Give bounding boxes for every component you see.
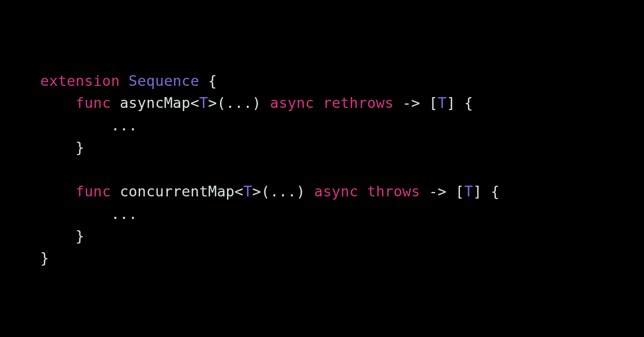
angle-gt: > — [252, 183, 261, 200]
func-name-concurrentmap: concurrentMap — [120, 183, 235, 200]
indent — [40, 117, 111, 134]
keyword-async: async — [270, 94, 314, 111]
space — [447, 183, 455, 200]
code-line-7: ... — [40, 206, 137, 222]
code-line-2: func asyncMap<T>(...) async rethrows -> … — [40, 94, 473, 111]
brace-close: } — [76, 228, 84, 244]
space — [111, 183, 120, 200]
keyword-func: func — [76, 94, 111, 111]
generic-t: T — [199, 94, 208, 111]
body-ellipsis: ... — [111, 206, 137, 222]
arrow: -> — [402, 94, 420, 111]
angle-gt: > — [208, 94, 217, 111]
space — [420, 183, 429, 200]
keyword-throws: throws — [367, 183, 420, 200]
space — [456, 94, 464, 111]
body-ellipsis: ... — [111, 117, 137, 134]
brace-close: } — [40, 250, 49, 266]
code-line-1: extension Sequence { — [40, 72, 217, 89]
space — [314, 94, 323, 111]
bracket-open: [ — [456, 183, 464, 200]
generic-t: T — [244, 183, 252, 200]
return-type-t: T — [438, 94, 447, 111]
bracket-close: ] — [447, 94, 455, 111]
keyword-async: async — [314, 183, 358, 200]
code-line-3: ... — [40, 117, 137, 134]
angle-lt: < — [191, 94, 199, 111]
indent — [40, 94, 76, 111]
keyword-rethrows: rethrows — [323, 94, 394, 111]
indent — [40, 206, 111, 222]
space — [305, 183, 314, 200]
params: (...) — [217, 94, 261, 111]
space — [393, 94, 402, 111]
brace-open: { — [208, 72, 217, 89]
space — [420, 94, 429, 111]
return-type-t: T — [464, 183, 473, 200]
brace-open: { — [464, 94, 473, 111]
bracket-open: [ — [429, 94, 437, 111]
code-line-6: func concurrentMap<T>(...) async throws … — [40, 183, 500, 200]
keyword-func: func — [76, 183, 111, 200]
brace-open: { — [491, 183, 499, 200]
code-line-9: } — [40, 250, 49, 266]
space — [120, 72, 128, 89]
angle-lt: < — [235, 183, 243, 200]
code-line-4: } — [40, 139, 84, 156]
space — [482, 183, 491, 200]
arrow: -> — [429, 183, 447, 200]
type-sequence: Sequence — [129, 72, 200, 89]
space — [358, 183, 367, 200]
params: (...) — [261, 183, 305, 200]
code-line-8: } — [40, 228, 84, 244]
brace-close: } — [76, 139, 84, 156]
bracket-close: ] — [473, 183, 481, 200]
indent — [40, 183, 76, 200]
space — [199, 72, 208, 89]
code-block: extension Sequence { func asyncMap<T>(..… — [0, 0, 644, 269]
keyword-extension: extension — [40, 72, 120, 89]
indent — [40, 228, 76, 244]
func-name-asyncmap: asyncMap — [120, 94, 191, 111]
space — [111, 94, 120, 111]
space — [261, 94, 269, 111]
indent — [40, 139, 76, 156]
